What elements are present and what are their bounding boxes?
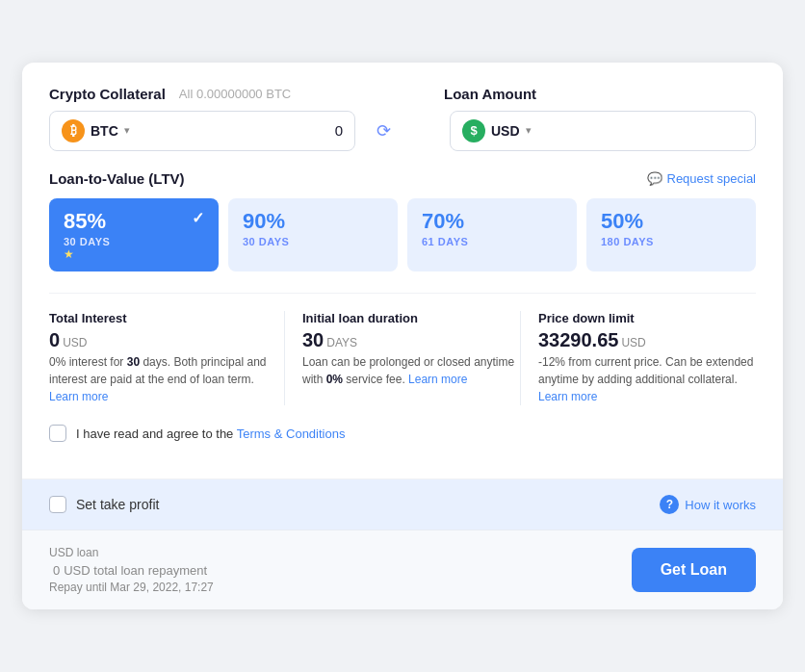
balance-label: All 0.00000000 BTC — [179, 87, 291, 101]
loan-amount-label: Loan Amount — [444, 86, 536, 102]
duration-title: Initial loan duration — [302, 311, 520, 325]
loan-input-box: $ USD ▾ — [450, 111, 756, 151]
check-icon-85: ✓ — [192, 209, 204, 227]
star-icon-85: ★ — [64, 247, 204, 261]
btc-icon: ₿ — [62, 119, 85, 142]
request-special-text: Request special — [667, 171, 757, 186]
usd-currency-select[interactable]: $ USD ▾ — [462, 119, 532, 142]
duration-learn-more[interactable]: Learn more — [408, 373, 467, 386]
ltv-days-70: 61 DAYS — [422, 236, 562, 247]
price-limit-value: 33290.65USD — [538, 329, 756, 351]
price-limit-title: Price down limit — [538, 311, 756, 325]
terms-link[interactable]: Terms & Conditions — [237, 426, 346, 441]
interest-title: Total Interest — [49, 311, 267, 325]
ltv-days-50: 180 DAYS — [601, 236, 741, 247]
ltv-percent-85: 85% — [64, 209, 110, 234]
usd-currency-name: USD — [491, 123, 520, 139]
how-it-works-button[interactable]: ? How it works — [660, 495, 756, 514]
ltv-percent-70: 70% — [422, 209, 562, 234]
footer-repay-date: Repay until Mar 29, 2022, 17:27 — [49, 581, 214, 594]
duration-value: 30DAYS — [302, 329, 520, 351]
loan-value-input[interactable] — [532, 122, 743, 139]
ltv-percent-90: 90% — [243, 209, 383, 234]
ltv-option-85[interactable]: 85% 30 DAYS ✓ ★ — [49, 198, 219, 271]
footer-amount: 0USD total loan repayment — [49, 561, 214, 579]
take-profit-section: Set take profit ? How it works — [22, 479, 783, 530]
btc-currency-select[interactable]: ₿ BTC ▾ — [62, 119, 130, 142]
terms-checkbox[interactable] — [49, 425, 66, 442]
take-profit-checkbox[interactable] — [49, 496, 66, 513]
terms-text: I have read and agree to the Terms & Con… — [76, 426, 345, 441]
ltv-option-70[interactable]: 70% 61 DAYS — [407, 198, 577, 271]
ltv-percent-50: 50% — [601, 209, 741, 234]
price-limit-desc: -12% from current price. Can be extended… — [538, 353, 756, 405]
interest-value: 0USD — [49, 329, 267, 351]
btc-currency-name: BTC — [91, 123, 118, 139]
request-special-button[interactable]: 💬 Request special — [647, 171, 757, 186]
ltv-label: Loan-to-Value (LTV) — [49, 170, 185, 187]
collateral-input-box: ₿ BTC ▾ 0 — [49, 111, 355, 151]
how-it-works-text: How it works — [685, 498, 756, 512]
ltv-days-85: 30 DAYS — [64, 236, 110, 247]
collateral-label: Crypto Collateral — [49, 86, 166, 102]
footer-info: USD loan 0USD total loan repayment Repay… — [49, 546, 214, 594]
interest-stat: Total Interest 0USD 0% interest for 30 d… — [49, 311, 284, 405]
interest-desc: 0% interest for 30 days. Both principal … — [49, 353, 267, 405]
interest-learn-more[interactable]: Learn more — [49, 390, 108, 403]
price-limit-stat: Price down limit 33290.65USD -12% from c… — [520, 311, 756, 405]
ltv-options-group: 85% 30 DAYS ✓ ★ 90% 30 DAYS 70% 61 DAYS … — [49, 198, 756, 271]
ltv-option-90[interactable]: 90% 30 DAYS — [228, 198, 398, 271]
price-limit-learn-more[interactable]: Learn more — [538, 390, 597, 403]
duration-stat: Initial loan duration 30DAYS Loan can be… — [284, 311, 520, 405]
collateral-value-input[interactable]: 0 — [130, 122, 343, 139]
ltv-option-50[interactable]: 50% 180 DAYS — [586, 198, 756, 271]
footer-loan-type: USD loan — [49, 546, 214, 559]
chat-icon: 💬 — [647, 171, 662, 186]
ltv-days-90: 30 DAYS — [243, 236, 383, 247]
refresh-button[interactable]: ⟳ — [367, 115, 400, 147]
help-circle-icon: ? — [660, 495, 679, 514]
get-loan-button[interactable]: Get Loan — [632, 548, 756, 592]
duration-desc: Loan can be prolonged or closed anytime … — [302, 353, 520, 388]
terms-row: I have read and agree to the Terms & Con… — [49, 425, 756, 459]
usd-icon: $ — [462, 119, 485, 142]
footer-section: USD loan 0USD total loan repayment Repay… — [22, 530, 783, 609]
take-profit-label: Set take profit — [76, 497, 159, 512]
